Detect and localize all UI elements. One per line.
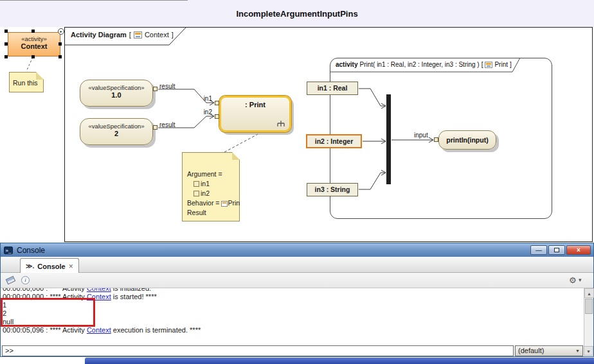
combo-value: (default) <box>518 346 544 356</box>
result-pin-label: result <box>159 121 175 128</box>
context-stereotype: «activity» <box>8 35 60 42</box>
rake-icon <box>276 120 285 127</box>
tab-console[interactable]: ≫. Console × <box>20 258 79 273</box>
frame-name: Print <box>494 61 508 68</box>
context-activity-element[interactable]: «activity» Context <box>8 32 60 56</box>
clear-console-icon[interactable] <box>6 276 16 285</box>
context-selector-combo[interactable]: (default) ▼ <box>515 345 583 356</box>
scroll-down-button[interactable]: ▼ <box>584 346 593 356</box>
argument-note[interactable]: Argument = in1 in2 Behavior = Print Resu… <box>182 152 240 221</box>
restore-button[interactable] <box>548 245 565 255</box>
activity-diagram-icon <box>485 62 492 68</box>
frame-signature: Print( in1 : Real, in2 : Integer, in3 : … <box>359 61 479 68</box>
note-line-in1: in1 <box>187 179 239 189</box>
context-name: Context <box>8 42 60 50</box>
combo-arrow-icon: ▼ <box>575 346 580 356</box>
diagram-context-name: Context <box>145 31 169 39</box>
application-window: IncompleteArgumentInputPins Activity Dia… <box>0 0 594 364</box>
selection-handle[interactable] <box>32 30 35 33</box>
println-action[interactable]: println(input) <box>438 130 496 150</box>
print-action-name: : Print <box>221 98 289 108</box>
result-pin[interactable] <box>153 125 158 130</box>
restore-icon <box>554 248 559 252</box>
scroll-up-button[interactable]: ▲ <box>584 288 594 298</box>
result-pin[interactable] <box>153 87 158 91</box>
in2-pin[interactable] <box>215 114 219 119</box>
anchor-context-to-note[interactable] <box>26 57 33 71</box>
selection-handle[interactable] <box>4 30 8 33</box>
selection-handle[interactable] <box>59 55 62 58</box>
input-pin-label: input <box>414 132 428 139</box>
note-line-in2: in2 <box>187 189 239 198</box>
console-input[interactable]: >> <box>2 345 514 356</box>
taskbar-strip[interactable] <box>85 358 594 364</box>
in1-pin-label: in1 <box>199 95 212 102</box>
result-pin-label: result <box>159 83 175 90</box>
diagram-name: Activity Diagram <box>71 31 127 39</box>
bracket-close: ] <box>510 61 512 68</box>
join-node-bar[interactable] <box>386 94 391 184</box>
note-fold <box>36 72 44 80</box>
note-line-behavior: Behavior = Print <box>187 198 239 208</box>
console-window-icon: »_ <box>4 247 13 254</box>
console-window: »_ Console — × ≫. Console × i ⚙ ▾ <box>0 243 594 357</box>
diagram-header[interactable]: Activity Diagram [ Context ] <box>71 31 174 39</box>
gear-icon[interactable]: ⚙ <box>569 275 577 285</box>
context-badge-icon[interactable]: ▸ <box>58 28 64 35</box>
input-pin[interactable] <box>434 137 438 142</box>
value-spec-2-node[interactable]: «valueSpecification» 2 <box>80 118 153 145</box>
context-link[interactable]: Context <box>87 288 111 292</box>
value-spec-2-stereotype: «valueSpecification» <box>80 123 152 130</box>
diagram-title-band: IncompleteArgumentInputPins <box>0 0 594 27</box>
console-output[interactable]: 00:00:00,000 : **** Activity Context is … <box>1 288 584 345</box>
context-link[interactable]: Context <box>87 326 111 334</box>
frame-keyword: activity <box>336 61 357 68</box>
param-node-in1[interactable]: in1 : Real <box>307 82 358 95</box>
selection-handle[interactable] <box>32 55 35 58</box>
selection-handle[interactable] <box>59 42 62 46</box>
tab-close-icon[interactable]: × <box>69 262 73 271</box>
note-line-result: Result <box>187 208 239 218</box>
bracket-open: [ <box>482 61 483 68</box>
in1-pin[interactable] <box>215 101 219 105</box>
info-icon[interactable]: i <box>21 276 30 284</box>
bracket-close: ] <box>172 31 174 39</box>
minimize-button[interactable]: — <box>530 245 547 255</box>
selection-handle[interactable] <box>4 55 8 58</box>
console-toolbar: i ⚙ ▾ <box>1 273 593 288</box>
selection-handle[interactable] <box>4 42 8 46</box>
red-annotation-box <box>1 298 95 327</box>
tab-label: Console <box>37 263 65 270</box>
console-title: Console <box>17 246 45 255</box>
console-tab-strip: ≫. Console × <box>1 257 593 273</box>
value-spec-1-value: 1.0 <box>80 91 152 99</box>
console-line-initialized: 00:00:00,000 : **** Activity Context is … <box>3 288 584 293</box>
in2-pin-label: in2 <box>199 108 212 116</box>
bracket-open: [ <box>129 31 131 39</box>
console-input-row: >> (default) ▼ ▼ <box>2 345 593 356</box>
page-title: IncompleteArgumentInputPins <box>0 0 594 19</box>
pin-icon <box>194 191 199 196</box>
println-label: println(input) <box>439 136 496 144</box>
note-line-argument: Argument = <box>187 169 239 179</box>
console-line-terminated: 00:00:05,096 : **** Activity Context exe… <box>3 326 584 334</box>
param-node-in3[interactable]: in3 : String <box>307 183 358 196</box>
note-fold <box>232 152 240 160</box>
close-button[interactable]: × <box>566 245 591 255</box>
scrollbar-thumb[interactable] <box>585 299 593 314</box>
value-spec-1-node[interactable]: «valueSpecification» 1.0 <box>80 80 153 107</box>
window-edge-line <box>0 0 188 1</box>
activity-diagram-icon <box>134 31 142 39</box>
gear-dropdown-icon[interactable]: ▾ <box>579 277 582 283</box>
frame-header: activity Print( in1 : Real, in2 : Intege… <box>336 61 512 68</box>
console-prompt-icon: ≫. <box>26 263 34 270</box>
pin-icon <box>194 181 199 187</box>
value-spec-2-value: 2 <box>80 130 152 137</box>
console-titlebar[interactable]: »_ Console — × <box>1 243 593 257</box>
behavior-icon <box>221 201 228 207</box>
value-spec-1-stereotype: «valueSpecification» <box>80 84 152 91</box>
param-node-in2[interactable]: in2 : Integer <box>306 134 362 148</box>
print-call-action[interactable]: : Print <box>219 96 291 132</box>
